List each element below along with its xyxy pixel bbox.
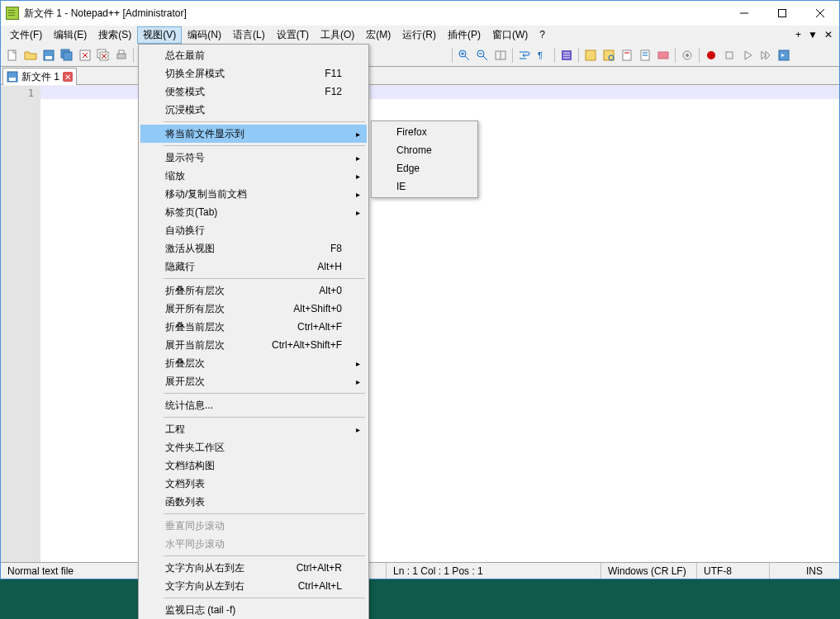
chevron-right-icon: ▸: [356, 130, 360, 139]
sync-v-icon[interactable]: [492, 47, 509, 64]
menu-item[interactable]: 统计信息...: [140, 396, 367, 414]
menu-item[interactable]: 显示符号▸: [140, 149, 367, 167]
status-eol[interactable]: Windows (CR LF): [601, 563, 697, 579]
menubar-close-button[interactable]: ✕: [824, 29, 833, 40]
menu-item[interactable]: 展开层次▸: [140, 372, 367, 390]
menu-item[interactable]: 缩放▸: [140, 167, 367, 185]
svg-rect-49: [658, 52, 668, 59]
play-icon[interactable]: [739, 47, 756, 64]
svg-rect-56: [9, 78, 16, 81]
tab-close-button[interactable]: ✕: [63, 72, 73, 82]
stop-icon[interactable]: [721, 47, 738, 64]
menu-item[interactable]: 工程▸: [140, 420, 367, 438]
maximize-button[interactable]: [763, 1, 801, 26]
menu-window[interactable]: 窗口(W): [486, 26, 534, 44]
submenu-item[interactable]: IE: [373, 177, 476, 196]
tab-label: 新文件 1: [21, 70, 59, 84]
menu-item[interactable]: 文字方向从左到右Ctrl+Alt+L: [140, 577, 367, 595]
menubar-plus-button[interactable]: +: [795, 29, 801, 40]
menu-item[interactable]: 总在最前: [140, 46, 367, 64]
menu-plugins[interactable]: 插件(P): [442, 26, 486, 44]
func-list-icon[interactable]: [619, 47, 635, 64]
play-multi-icon[interactable]: [757, 47, 774, 64]
menu-item[interactable]: 展开所有层次Alt+Shift+0: [140, 300, 367, 318]
submenu-item[interactable]: Edge: [373, 159, 476, 177]
menu-item[interactable]: 自动换行: [140, 221, 367, 239]
menu-search[interactable]: 搜索(S): [93, 26, 137, 44]
save-all-icon[interactable]: [59, 47, 75, 64]
menu-item: 垂直同步滚动: [140, 517, 367, 535]
menu-item[interactable]: 便签模式F12: [140, 83, 367, 101]
menu-item[interactable]: 折叠当前层次Ctrl+Alt+F: [140, 318, 367, 336]
print-icon[interactable]: [113, 47, 130, 64]
menu-item[interactable]: 折叠层次▸: [140, 354, 367, 372]
svg-text:¶: ¶: [538, 50, 543, 60]
titlebar: 新文件 1 - Notepad++ [Administrator]: [1, 1, 839, 26]
menu-file[interactable]: 文件(F): [4, 26, 48, 44]
menu-item[interactable]: 移动/复制当前文档▸: [140, 185, 367, 203]
folder-ws-icon[interactable]: [637, 47, 653, 64]
zoom-out-icon[interactable]: [474, 47, 491, 64]
menu-edit[interactable]: 编辑(E): [48, 26, 93, 44]
svg-rect-44: [623, 50, 631, 60]
save-icon[interactable]: [40, 47, 57, 64]
minimize-button[interactable]: [725, 1, 763, 26]
app-icon: [6, 7, 19, 20]
doc-list-icon[interactable]: [600, 47, 617, 64]
menu-item[interactable]: 文字方向从右到左Ctrl+Alt+R: [140, 559, 367, 577]
menu-run[interactable]: 运行(R): [396, 26, 442, 44]
close-all-icon[interactable]: [95, 47, 112, 64]
menu-item[interactable]: 文档列表: [140, 475, 367, 493]
close-icon[interactable]: [77, 47, 93, 64]
status-ins[interactable]: INS: [800, 563, 839, 579]
menu-item[interactable]: 监视日志 (tail -f): [140, 601, 367, 619]
indent-guide-icon[interactable]: [558, 47, 575, 64]
chevron-right-icon: ▸: [356, 190, 360, 199]
pink-icon[interactable]: [655, 47, 672, 64]
statusbar: Normal text file Ln : 1 Col : 1 Pos : 1 …: [1, 562, 839, 579]
new-file-icon[interactable]: [4, 47, 21, 64]
menu-item[interactable]: 文件夹工作区: [140, 438, 367, 456]
svg-rect-6: [45, 56, 52, 59]
menu-item[interactable]: 隐藏行Alt+H: [140, 258, 367, 276]
menubar: 文件(F) 编辑(E) 搜索(S) 视图(V) 编码(N) 语言(L) 设置(T…: [1, 26, 839, 44]
menu-encoding[interactable]: 编码(N): [182, 26, 227, 44]
menubar-dropdown-button[interactable]: ▼: [808, 29, 818, 40]
record-icon[interactable]: [703, 47, 719, 64]
menu-item[interactable]: 文档结构图: [140, 456, 367, 475]
doc-map-icon[interactable]: [582, 47, 599, 64]
submenu-item[interactable]: Chrome: [373, 141, 476, 159]
svg-rect-16: [117, 54, 126, 59]
menu-item[interactable]: 函数列表: [140, 493, 367, 511]
menu-item[interactable]: 展开当前层次Ctrl+Alt+Shift+F: [140, 336, 367, 354]
status-encoding[interactable]: UTF-8: [697, 563, 770, 579]
svg-line-31: [483, 56, 487, 60]
status-position: Ln : 1 Col : 1 Pos : 1: [387, 563, 601, 579]
open-file-icon[interactable]: [22, 47, 39, 64]
menu-view[interactable]: 视图(V): [137, 26, 182, 44]
svg-line-27: [465, 56, 469, 60]
chevron-right-icon: ▸: [356, 154, 360, 163]
tab-newfile1[interactable]: 新文件 1 ✕: [2, 68, 77, 85]
zoom-in-icon[interactable]: [456, 47, 472, 64]
menu-settings[interactable]: 设置(T): [271, 26, 315, 44]
wordwrap-icon[interactable]: [516, 47, 533, 64]
menu-tools[interactable]: 工具(O): [315, 26, 360, 44]
save-icon: [7, 71, 18, 83]
menu-item[interactable]: 激活从视图F8: [140, 239, 367, 258]
save-macro-icon[interactable]: [776, 47, 792, 64]
menu-item[interactable]: 折叠所有层次Alt+0: [140, 281, 367, 300]
submenu-item[interactable]: Firefox: [373, 123, 476, 141]
menu-language[interactable]: 语言(L): [227, 26, 271, 44]
menu-item[interactable]: 标签页(Tab)▸: [140, 203, 367, 221]
chevron-right-icon: ▸: [356, 425, 360, 434]
menu-item[interactable]: 将当前文件显示到▸: [140, 125, 367, 143]
menu-item[interactable]: 切换全屏模式F11: [140, 64, 367, 83]
menu-macro[interactable]: 宏(M): [360, 26, 396, 44]
close-button[interactable]: [801, 1, 839, 26]
monitor-icon[interactable]: [679, 47, 695, 64]
chevron-right-icon: ▸: [356, 377, 360, 386]
show-all-icon[interactable]: ¶: [534, 47, 551, 64]
menu-item[interactable]: 沉浸模式: [140, 101, 367, 119]
menu-help[interactable]: ?: [534, 27, 551, 42]
